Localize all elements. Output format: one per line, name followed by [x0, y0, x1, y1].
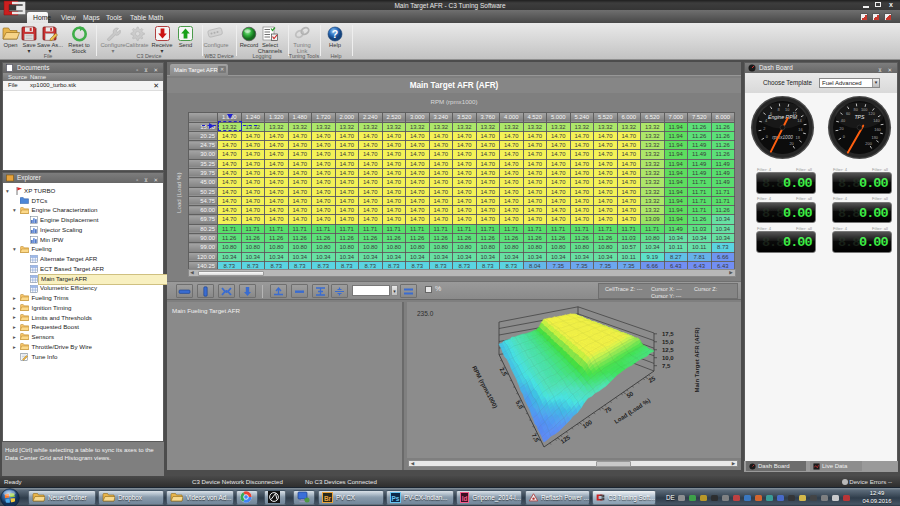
svg-text:10,0: 10,0 — [662, 355, 674, 361]
svg-text:2: 2 — [763, 126, 765, 131]
svg-text:18: 18 — [796, 135, 800, 140]
svg-text:80: 80 — [854, 107, 858, 112]
svg-text:0: 0 — [766, 134, 768, 139]
svg-text:17,5: 17,5 — [662, 331, 674, 337]
svg-text:0: 0 — [843, 134, 845, 139]
svg-text:160: 160 — [874, 127, 880, 132]
svg-text:16: 16 — [798, 127, 802, 132]
svg-text:140: 140 — [873, 118, 879, 123]
svg-text:Engine RPM: Engine RPM — [768, 114, 798, 120]
svg-text:8: 8 — [778, 107, 780, 112]
svg-text:180: 180 — [871, 135, 877, 140]
svg-text:120: 120 — [868, 111, 874, 116]
svg-text:rpmx1000: rpmx1000 — [772, 135, 793, 140]
svg-text:60: 60 — [846, 111, 850, 116]
svg-text:Main Target AFR (AFR): Main Target AFR (AFR) — [694, 328, 700, 393]
svg-text:10: 10 — [785, 107, 789, 112]
svg-text:?: ? — [332, 27, 338, 39]
svg-text:40: 40 — [841, 118, 845, 123]
svg-text:235.0: 235.0 — [417, 310, 434, 317]
svg-text:TPS: TPS — [854, 114, 865, 120]
svg-text:12,5: 12,5 — [662, 347, 674, 353]
svg-text:15,0: 15,0 — [662, 339, 674, 345]
svg-text:100: 100 — [861, 107, 867, 112]
svg-text:20: 20 — [839, 126, 843, 131]
svg-text:20: 20 — [789, 141, 793, 146]
svg-text:200: 200 — [865, 141, 871, 146]
svg-text:7,5: 7,5 — [662, 363, 671, 369]
